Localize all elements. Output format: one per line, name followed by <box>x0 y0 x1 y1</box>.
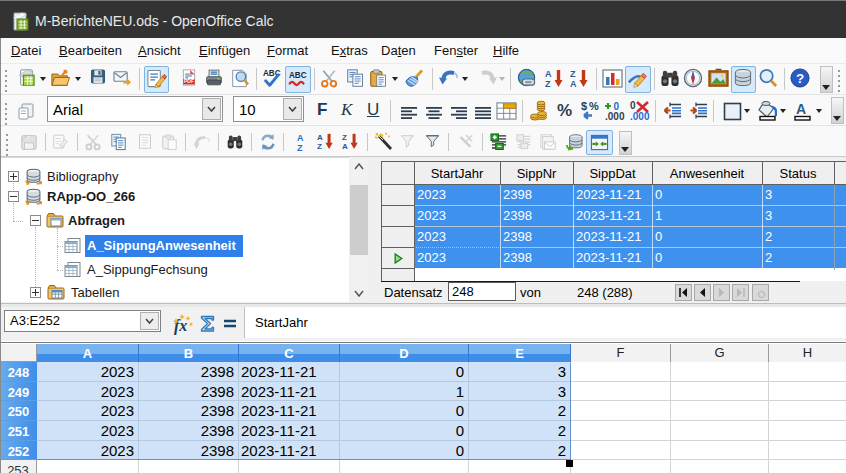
svg-text:PDF: PDF <box>184 79 194 84</box>
svg-text:%: % <box>557 101 572 120</box>
svg-text:A: A <box>545 69 552 79</box>
svg-text:%: % <box>589 100 599 112</box>
svg-text:.000: .000 <box>630 111 650 121</box>
svg-text:Z: Z <box>342 133 347 142</box>
svg-text:0: 0 <box>630 100 636 111</box>
svg-text:.000: .000 <box>605 111 625 121</box>
svg-text:$: $ <box>581 100 587 112</box>
svg-text:Z: Z <box>317 142 322 150</box>
svg-text:A: A <box>342 142 348 150</box>
svg-text:?: ? <box>796 71 804 86</box>
svg-text:A: A <box>317 133 323 142</box>
svg-text:A: A <box>297 133 304 143</box>
svg-text:Z: Z <box>545 79 551 88</box>
svg-text:ABC: ABC <box>289 71 307 80</box>
svg-text:Z: Z <box>297 143 303 152</box>
svg-text:A: A <box>796 101 806 117</box>
svg-text:Z: Z <box>570 69 576 79</box>
svg-text:A: A <box>570 79 577 88</box>
